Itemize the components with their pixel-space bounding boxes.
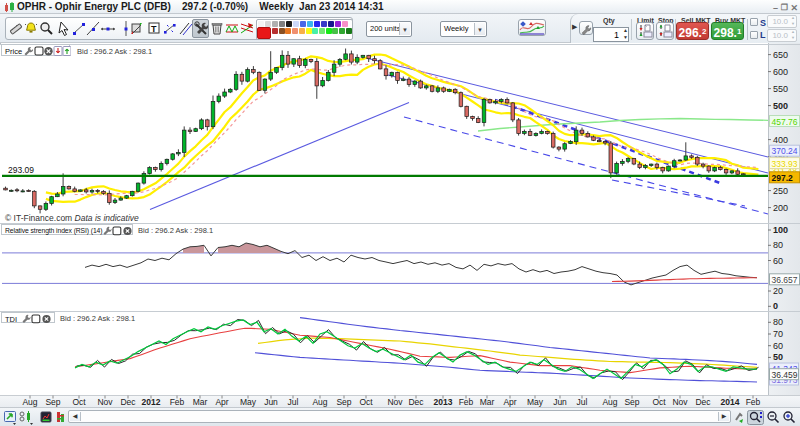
svg-text:© IT-Finance.com Data is indic: © IT-Finance.com Data is indicative [5,213,139,223]
svg-text:60: 60 [773,256,783,266]
svg-text:2014: 2014 [721,397,740,407]
svg-text:Dec: Dec [120,397,136,407]
svg-text:Jul: Jul [288,397,299,407]
svg-text:70: 70 [773,329,783,339]
svg-text:Feb: Feb [170,397,185,407]
svg-text:400: 400 [773,135,788,145]
svg-text:Jun: Jun [264,397,278,407]
svg-text:Apr: Apr [215,397,228,407]
svg-text:Sep: Sep [624,397,639,407]
svg-text:Dec: Dec [695,397,711,407]
svg-text:200: 200 [773,203,788,213]
svg-text:Apr: Apr [503,397,516,407]
svg-text:Jun: Jun [553,397,567,407]
svg-text:600: 600 [773,67,788,77]
svg-text:Dec: Dec [408,397,424,407]
svg-text:293.09: 293.09 [8,165,34,175]
svg-text:36.459: 36.459 [772,370,798,380]
svg-text:50: 50 [773,352,783,362]
svg-text:May: May [240,397,257,407]
svg-text:250: 250 [773,186,788,196]
svg-text:Mar: Mar [193,397,208,407]
svg-text:457.76: 457.76 [772,117,798,127]
svg-text:Oct: Oct [72,397,86,407]
svg-text:Oct: Oct [359,397,373,407]
svg-text:100: 100 [773,225,788,235]
svg-text:80: 80 [773,317,783,327]
svg-text:550: 550 [773,84,788,94]
svg-text:Aug: Aug [312,397,327,407]
svg-text:Sep: Sep [336,397,351,407]
svg-text:Feb: Feb [459,397,474,407]
svg-text:Mar: Mar [480,397,495,407]
svg-text:May: May [527,397,544,407]
svg-text:T: T [151,24,157,34]
svg-text:Aug: Aug [22,397,37,407]
svg-text:297.2: 297.2 [772,173,794,183]
svg-text:60: 60 [773,341,783,351]
svg-text:500: 500 [773,101,788,111]
svg-text:Nov: Nov [672,397,688,407]
svg-text:Aug: Aug [602,397,617,407]
svg-text:Nov: Nov [387,397,403,407]
svg-text:333.93: 333.93 [772,159,798,169]
svg-text:20: 20 [773,286,783,296]
svg-text:650: 650 [773,50,788,60]
svg-text:Feb: Feb [746,397,761,407]
svg-text:2013: 2013 [434,397,453,407]
svg-text:80: 80 [773,240,783,250]
svg-text:2012: 2012 [142,397,161,407]
svg-text:370.24: 370.24 [772,146,798,156]
svg-text:Jul: Jul [577,397,588,407]
svg-text:Nov: Nov [97,397,113,407]
svg-text:36.657: 36.657 [772,275,798,285]
svg-text:0: 0 [773,301,778,311]
svg-text:Sep: Sep [45,397,60,407]
svg-text:Oct: Oct [652,397,666,407]
